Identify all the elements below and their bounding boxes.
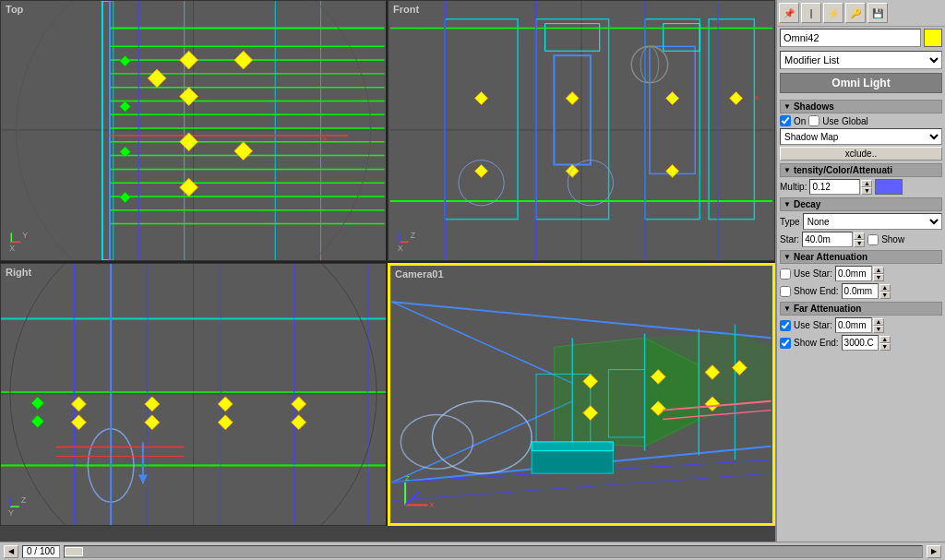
- decay-show-checkbox[interactable]: [867, 234, 879, 245]
- near-atten-start-label: Star:: [813, 268, 832, 279]
- multip-input[interactable]: [809, 179, 860, 195]
- decay-start-input[interactable]: [802, 232, 853, 247]
- svg-rect-135: [532, 442, 613, 451]
- near-atten-start-up-button[interactable]: ▲: [873, 267, 884, 274]
- viewport-right-canvas: Y Z: [1, 264, 386, 525]
- viewport-front-label: Front: [393, 4, 419, 15]
- multip-down-button[interactable]: ▼: [861, 187, 872, 195]
- object-name-input[interactable]: [780, 29, 921, 47]
- far-atten-end-spinner-buttons: ▲ ▼: [879, 336, 891, 351]
- display-button[interactable]: 💾: [867, 3, 888, 23]
- near-atten-use-label: Use: [794, 268, 810, 279]
- viewport-front[interactable]: Front: [388, 0, 775, 261]
- properties-area: Shadows On Use Global Shadow Map xclude.…: [777, 95, 945, 542]
- exclude-row: xclude..: [780, 147, 942, 161]
- far-atten-end-down-button[interactable]: ▼: [879, 343, 891, 351]
- svg-text:Z: Z: [21, 495, 27, 505]
- far-atten-end-up-button[interactable]: ▲: [879, 336, 891, 343]
- viewport-top[interactable]: Top: [0, 0, 388, 261]
- near-atten-show-row: Show End: ▲ ▼: [780, 283, 942, 299]
- near-atten-end-label: End:: [819, 286, 839, 296]
- far-atten-start-spinner-buttons: ▲ ▼: [873, 318, 884, 333]
- intensity-color-swatch[interactable]: [875, 179, 903, 195]
- viewport-top-label: Top: [6, 4, 23, 15]
- near-atten-start-spinner: ▲ ▼: [835, 266, 884, 281]
- utilities-button[interactable]: 🔑: [845, 3, 866, 23]
- shadows-on-checkbox[interactable]: [780, 115, 791, 126]
- multip-spinner-buttons: ▲ ▼: [861, 180, 872, 195]
- far-atten-end-input[interactable]: [842, 335, 879, 351]
- near-attenuation-section-header[interactable]: Near Attenuation: [780, 250, 942, 264]
- decay-start-down-button[interactable]: ▼: [854, 240, 865, 247]
- viewport-right[interactable]: Right: [0, 263, 388, 526]
- shadows-use-global-label: Use Global: [822, 116, 867, 126]
- pin-button[interactable]: 📌: [779, 3, 799, 23]
- near-atten-use-row: Use Star: ▲ ▼: [780, 266, 942, 281]
- omni-light-header: Omni Light: [780, 73, 942, 93]
- near-atten-show-checkbox[interactable]: [780, 286, 791, 297]
- viewport-camera[interactable]: Camera01: [388, 263, 775, 526]
- near-atten-start-input[interactable]: [835, 266, 872, 281]
- svg-text:Y: Y: [22, 231, 28, 240]
- channel-button[interactable]: ⚡: [823, 3, 843, 23]
- decay-start-spinner: ▲ ▼: [802, 232, 865, 247]
- shadows-on-row: On Use Global: [780, 115, 942, 126]
- frame-display: 0 / 100: [22, 545, 60, 558]
- near-atten-end-up-button[interactable]: ▲: [879, 284, 891, 292]
- svg-text:X: X: [430, 501, 436, 509]
- decay-start-label: Star:: [780, 234, 799, 244]
- status-bar: ◀ 0 / 100 ▶: [0, 542, 945, 560]
- decay-type-label: Type: [780, 217, 800, 227]
- object-color-swatch[interactable]: [924, 29, 942, 47]
- near-atten-show-label: Show: [794, 286, 817, 296]
- svg-text:Z: Z: [405, 474, 410, 483]
- far-atten-end-label: End:: [819, 338, 839, 348]
- scroll-right-button[interactable]: ▶: [927, 545, 941, 558]
- multip-up-button[interactable]: ▲: [861, 180, 872, 187]
- near-atten-start-spinner-buttons: ▲ ▼: [873, 267, 884, 281]
- select-button[interactable]: |: [801, 3, 821, 23]
- far-atten-show-checkbox[interactable]: [780, 338, 791, 349]
- object-name-row: [777, 27, 945, 49]
- near-atten-start-down-button[interactable]: ▼: [873, 274, 884, 281]
- near-atten-end-spinner: ▲ ▼: [842, 283, 891, 299]
- decay-show-label: Show: [881, 234, 904, 244]
- shadow-map-dropdown[interactable]: Shadow Map: [780, 128, 942, 145]
- svg-text:Z: Z: [411, 231, 416, 240]
- decay-type-row: Type None: [780, 213, 942, 230]
- exclude-button[interactable]: xclude..: [780, 147, 942, 161]
- far-atten-end-spinner: ▲ ▼: [842, 335, 891, 351]
- svg-text:×: ×: [754, 93, 759, 102]
- far-atten-start-up-button[interactable]: ▲: [873, 318, 884, 326]
- decay-type-dropdown[interactable]: None: [803, 213, 942, 230]
- shadows-on-label: On: [794, 116, 806, 126]
- near-atten-use-checkbox[interactable]: [780, 268, 791, 280]
- scroll-left-button[interactable]: ◀: [4, 545, 18, 558]
- decay-start-up-button[interactable]: ▲: [854, 232, 865, 240]
- near-atten-end-input[interactable]: [842, 283, 879, 299]
- multip-label: Multip:: [780, 182, 807, 192]
- far-atten-start-down-button[interactable]: ▼: [873, 326, 884, 333]
- far-attenuation-section-header[interactable]: Far Attenuation: [780, 302, 942, 316]
- panel-toolbar: 📌 | ⚡ 🔑 💾: [777, 0, 945, 27]
- decay-section-header[interactable]: Decay: [780, 197, 942, 211]
- far-atten-start-input[interactable]: [835, 317, 872, 333]
- viewport-camera-canvas: X Z: [390, 266, 772, 523]
- shadows-use-global-checkbox[interactable]: [808, 115, 819, 126]
- viewport-right-label: Right: [6, 267, 31, 278]
- near-atten-end-down-button[interactable]: ▼: [879, 292, 891, 299]
- svg-text:X: X: [398, 244, 403, 253]
- timeline-track[interactable]: [64, 545, 923, 558]
- multip-row: Multip: ▲ ▼: [780, 179, 942, 195]
- svg-text:X: X: [9, 244, 15, 253]
- shadows-section-header[interactable]: Shadows: [780, 100, 942, 113]
- far-atten-show-row: Show End: ▲ ▼: [780, 335, 942, 351]
- multip-spinner: ▲ ▼: [809, 179, 872, 195]
- far-atten-use-label: Use: [794, 320, 810, 330]
- modifier-list-dropdown[interactable]: Modifier List: [780, 51, 942, 69]
- far-atten-use-checkbox[interactable]: [780, 320, 791, 331]
- decay-start-spinner-buttons: ▲ ▼: [854, 232, 865, 247]
- intensity-section-header[interactable]: tensity/Color/Attenuati: [780, 163, 942, 177]
- near-atten-end-spinner-buttons: ▲ ▼: [879, 284, 891, 299]
- timeline-thumb[interactable]: [65, 547, 83, 556]
